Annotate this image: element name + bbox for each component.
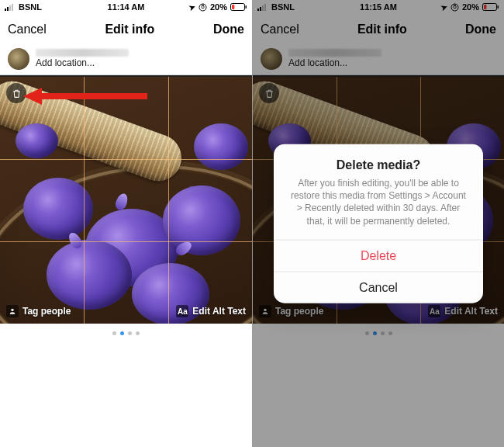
tag-people-button[interactable]: Tag people <box>6 305 71 317</box>
person-icon <box>6 305 19 317</box>
edit-alt-text-button[interactable]: Aa Edit Alt Text <box>176 305 246 317</box>
post-meta-row: Add location... <box>0 45 252 75</box>
svg-rect-1 <box>7 7 9 11</box>
status-carrier: BSNL <box>19 2 42 12</box>
alert-delete-button[interactable]: Delete <box>274 239 483 271</box>
battery-icon <box>230 3 247 12</box>
svg-rect-7 <box>246 5 247 9</box>
done-button[interactable]: Done <box>213 23 244 36</box>
svg-rect-0 <box>5 9 6 11</box>
svg-point-4 <box>199 4 206 11</box>
nav-bar: Cancel Edit info Done <box>0 14 252 45</box>
add-location-button[interactable]: Add location... <box>36 58 244 68</box>
photo[interactable]: Tag people Aa Edit Alt Text <box>0 77 252 324</box>
phone-right: 11:15 AM BSNL ➤ 20% Cancel Edit info Don… <box>252 0 504 447</box>
pager-dot[interactable] <box>136 331 140 335</box>
trash-icon <box>12 88 22 99</box>
delete-media-alert: Delete media? After you finish editing, … <box>274 144 483 303</box>
svg-point-10 <box>11 309 13 311</box>
location-services-icon: ➤ <box>188 2 196 12</box>
phone-left: 11:14 AM BSNL ➤ 20% Cancel Edit info Don… <box>0 0 252 447</box>
username-redacted <box>36 49 129 57</box>
pager-dot[interactable] <box>128 331 132 335</box>
tag-people-label: Tag people <box>22 306 71 317</box>
orientation-lock-icon <box>198 3 207 12</box>
alert-message: After you finish editing, you'll be able… <box>274 177 483 240</box>
edit-alt-label: Edit Alt Text <box>192 306 246 317</box>
alt-text-icon: Aa <box>176 305 188 317</box>
status-battery-pct: 20% <box>210 2 227 12</box>
pager-dot[interactable] <box>120 331 124 335</box>
nav-title: Edit info <box>105 23 154 36</box>
carousel-pager <box>0 331 252 335</box>
delete-media-button[interactable] <box>6 83 26 103</box>
avatar[interactable] <box>8 48 29 70</box>
photo-area: Tag people Aa Edit Alt Text <box>0 75 252 335</box>
svg-rect-5 <box>202 5 204 8</box>
signal-icon <box>5 3 16 11</box>
cancel-button[interactable]: Cancel <box>8 23 47 36</box>
alert-cancel-button[interactable]: Cancel <box>274 271 483 303</box>
pager-dot[interactable] <box>112 331 116 335</box>
status-bar: 11:14 AM BSNL ➤ 20% <box>0 0 252 14</box>
svg-rect-3 <box>12 4 13 11</box>
svg-rect-2 <box>9 5 11 11</box>
svg-rect-8 <box>232 5 234 9</box>
alert-title: Delete media? <box>274 144 483 177</box>
